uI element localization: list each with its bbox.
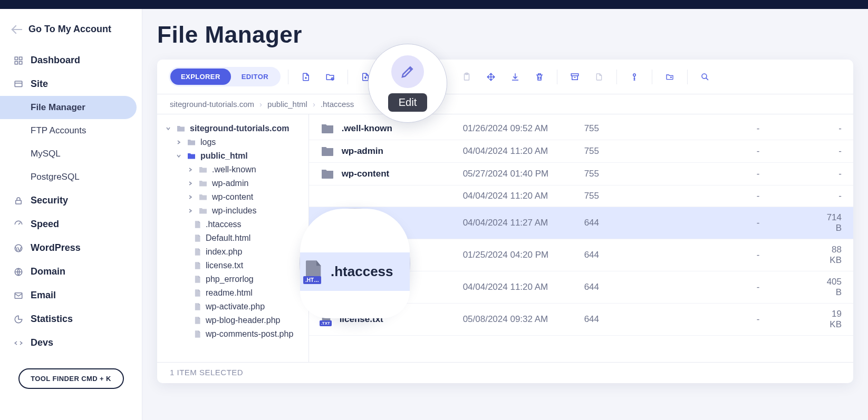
zoom-edit-callout: Edit [368,44,447,123]
tree-file[interactable]: .htaccess [165,218,304,231]
view-tabs: EXPLORER EDITOR [169,67,281,86]
tree-file[interactable]: readme.html [165,286,304,300]
nav-label: Security [31,195,68,206]
tree-file[interactable]: wp-comments-post.php [165,327,304,341]
svg-rect-5 [16,200,22,204]
top-header-bar [0,0,868,9]
nav-label: Devs [31,337,53,348]
tree-folder[interactable]: .well-known [165,163,304,177]
delete-button[interactable] [529,69,549,85]
separator [687,70,688,84]
tool-finder-button[interactable]: TOOL FINDER CMD + K [18,368,124,389]
globe-icon [13,267,24,277]
extract-button[interactable] [589,69,609,85]
toolbar: EXPLORER EDITOR [157,60,853,94]
nav-email[interactable]: Email [0,284,137,307]
main-nav: Dashboard Site File Manager FTP Accounts… [0,45,142,358]
nav-statistics[interactable]: Statistics [0,307,137,331]
svg-rect-0 [15,57,17,60]
nav-label: Statistics [31,314,73,325]
nav-label: WordPress [31,242,81,253]
file-icon: .HT… [303,259,324,285]
nav-site[interactable]: Site [0,72,137,96]
tree-root[interactable]: siteground-tutorials.com [165,122,304,135]
folder-tree: siteground-tutorials.comlogspublic_html.… [157,114,309,362]
file-row[interactable]: wp-admin 04/04/2024 11:20 AM 755 - - [309,140,853,163]
svg-rect-1 [20,57,22,60]
nav-label: Site [31,79,48,90]
edit-button[interactable] [391,55,424,88]
file-row[interactable]: wp-content 05/27/2024 01:40 PM 755 - - [309,163,853,185]
tab-explorer[interactable]: EXPLORER [170,69,231,85]
tool-finder-label: TOOL FINDER CMD + K [31,375,111,383]
sidebar: Go To My Account Dashboard Site File Man… [0,9,142,420]
paste-button[interactable] [457,69,477,85]
tree-file[interactable]: wp-activate.php [165,300,304,314]
mail-icon [13,291,24,300]
archive-button[interactable] [565,69,585,85]
tree-folder-open[interactable]: public_html [165,149,304,163]
search-button[interactable] [695,69,715,85]
tree-folder[interactable]: wp-admin [165,177,304,190]
nav-site-file-manager[interactable]: File Manager [0,96,137,119]
tree-folder[interactable]: logs [165,135,304,149]
nav-sub-label: MySQL [31,149,61,159]
chevron-right-icon: › [259,100,262,109]
nav-devs[interactable]: Devs [0,331,137,355]
nav-sub-label: PostgreSQL [31,172,80,182]
nav-wordpress[interactable]: WordPress [0,236,137,260]
separator [616,70,617,84]
chevron-right-icon: › [313,100,315,109]
breadcrumb: siteground-tutorials.com › public_html ›… [157,94,853,114]
speed-icon [13,220,24,229]
grid-icon [13,56,24,65]
nav-sub-label: FTP Accounts [31,125,86,136]
svg-point-14 [633,74,636,76]
edit-tooltip: Edit [388,93,427,112]
selection-status: 1 ITEM SELECTED [157,362,853,383]
zoom-file-name: .htaccess [331,263,393,280]
nav-label: Domain [31,266,65,277]
file-ext-tag: .HT… [303,276,321,284]
code-icon [13,338,24,348]
arrow-left-icon [13,26,23,33]
go-to-account-link[interactable]: Go To My Account [0,18,142,45]
selection-count: 1 ITEM SELECTED [170,368,243,377]
tree-file[interactable]: license.txt [165,259,304,272]
file-row[interactable]: .well-known 01/26/2024 09:52 AM 755 - - [309,118,853,140]
permissions-button[interactable] [624,69,644,85]
tree-folder[interactable]: wp-content [165,190,304,204]
file-manager-panel: EXPLORER EDITOR [157,60,853,383]
crumb[interactable]: .htaccess [321,100,354,109]
stats-icon [13,315,24,324]
tree-folder[interactable]: wp-includes [165,204,304,218]
nav-speed[interactable]: Speed [0,212,137,236]
file-row[interactable]: 04/04/2024 11:20 AM 755 - - [309,185,853,207]
move-button[interactable] [481,69,501,85]
nav-label: Speed [31,219,59,230]
tree-file[interactable]: wp-blog-header.php [165,314,304,327]
new-file-button[interactable] [296,69,316,85]
nav-label: Dashboard [31,55,80,66]
tree-file[interactable]: php_errorlog [165,272,304,286]
separator [348,70,348,84]
svg-rect-4 [15,81,22,87]
folder-open-button[interactable] [660,69,680,85]
nav-site-mysql[interactable]: MySQL [0,142,137,165]
svg-rect-3 [20,61,22,64]
tab-editor[interactable]: EDITOR [231,69,279,85]
page-title: File Manager [157,22,853,48]
download-button[interactable] [505,69,525,85]
new-folder-button[interactable] [320,69,340,85]
crumb[interactable]: siteground-tutorials.com [170,100,254,109]
nav-site-postgres[interactable]: PostgreSQL [0,165,137,189]
separator [288,70,288,84]
main-content: File Manager EXPLORER EDITOR [142,9,868,420]
nav-dashboard[interactable]: Dashboard [0,48,137,72]
nav-site-ftp[interactable]: FTP Accounts [0,119,137,142]
nav-domain[interactable]: Domain [0,260,137,284]
crumb[interactable]: public_html [267,100,307,109]
nav-security[interactable]: Security [0,189,137,212]
tree-file[interactable]: index.php [165,245,304,259]
tree-file[interactable]: Default.html [165,231,304,245]
